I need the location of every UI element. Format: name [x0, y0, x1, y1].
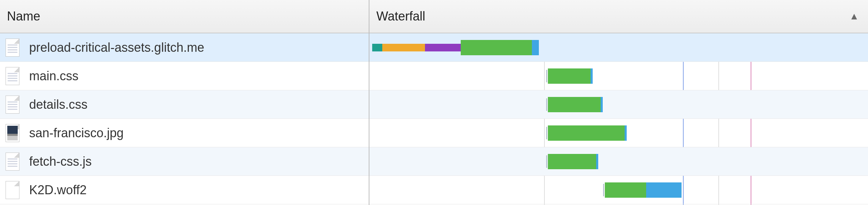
- name-column-header[interactable]: Name: [0, 0, 369, 33]
- file-icon: [6, 181, 19, 199]
- waterfall-rows: [369, 33, 868, 205]
- download-segment: [625, 125, 627, 141]
- request-row[interactable]: details.css: [0, 90, 369, 119]
- waterfall-row[interactable]: [369, 90, 868, 119]
- waterfall-row[interactable]: [369, 176, 868, 204]
- request-row[interactable]: san-francisco.jpg: [0, 119, 369, 147]
- document-file-icon: [6, 96, 19, 114]
- network-panel: Name preload-critical-assets.glitch.mema…: [0, 0, 868, 205]
- waterfall-header-label: Waterfall: [376, 9, 425, 24]
- download-segment: [646, 182, 682, 198]
- request-name: fetch-css.js: [29, 154, 92, 169]
- waiting-segment: [548, 68, 591, 84]
- timing-bar: [546, 154, 600, 169]
- download-segment: [532, 40, 539, 55]
- download-segment: [591, 68, 593, 84]
- waterfall-column: Waterfall ▲: [369, 0, 868, 205]
- download-segment: [601, 97, 603, 112]
- request-name: san-francisco.jpg: [29, 126, 124, 140]
- download-segment: [596, 154, 598, 169]
- waiting-segment: [548, 97, 601, 112]
- waterfall-area: [369, 33, 868, 205]
- ssl-segment: [425, 44, 461, 51]
- request-row[interactable]: preload-critical-assets.glitch.me: [0, 33, 369, 62]
- name-column: Name preload-critical-assets.glitch.mema…: [0, 0, 369, 205]
- queueing-tick: [603, 184, 604, 196]
- image-file-icon: [6, 124, 19, 142]
- timing-bar: [603, 182, 683, 198]
- connecting-segment: [382, 44, 425, 51]
- sort-ascending-icon: ▲: [849, 11, 859, 22]
- queueing-tick: [546, 127, 547, 139]
- request-row[interactable]: main.css: [0, 62, 369, 90]
- waiting-segment: [548, 154, 596, 169]
- request-row[interactable]: K2D.woff2: [0, 176, 369, 204]
- document-file-icon: [6, 153, 19, 171]
- timing-bar: [372, 40, 539, 55]
- queueing-tick: [546, 70, 547, 82]
- name-header-label: Name: [7, 9, 40, 24]
- waiting-segment: [548, 125, 625, 141]
- waterfall-row[interactable]: [369, 62, 868, 90]
- request-name: preload-critical-assets.glitch.me: [29, 40, 204, 55]
- waiting-segment: [605, 182, 646, 198]
- document-file-icon: [6, 67, 19, 85]
- waterfall-row[interactable]: [369, 33, 868, 62]
- waterfall-row[interactable]: [369, 119, 868, 147]
- timing-bar: [546, 97, 604, 112]
- request-name: main.css: [29, 69, 78, 83]
- name-rows: preload-critical-assets.glitch.memain.cs…: [0, 33, 369, 205]
- waterfall-row[interactable]: [369, 147, 868, 176]
- document-file-icon: [6, 39, 19, 57]
- request-name: details.css: [29, 97, 87, 112]
- waiting-segment: [461, 40, 532, 55]
- timing-bar: [546, 68, 594, 84]
- queueing-tick: [546, 98, 547, 111]
- queueing-tick: [546, 155, 547, 168]
- waterfall-column-header[interactable]: Waterfall ▲: [369, 0, 868, 33]
- request-name: K2D.woff2: [29, 183, 86, 197]
- timing-bar: [546, 125, 628, 141]
- dns-segment: [372, 44, 382, 51]
- request-row[interactable]: fetch-css.js: [0, 147, 369, 176]
